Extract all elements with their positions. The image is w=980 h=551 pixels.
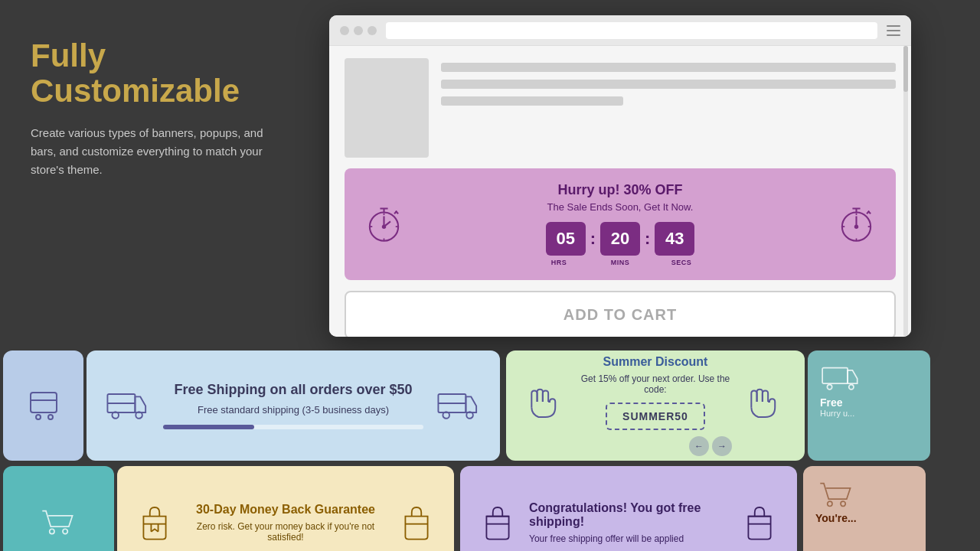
- hand-tag-icon-left: [524, 386, 567, 425]
- bag-icon-purple-right: [740, 504, 779, 542]
- hrs-label: HRS: [539, 259, 579, 266]
- countdown-banner: Hurry up! 30% OFF The Sale Ends Soon, Ge…: [345, 168, 896, 280]
- browser-url-bar: [386, 22, 877, 39]
- bag-icon-left: [136, 504, 174, 542]
- summer-discount-title: Summer Discount: [579, 355, 732, 369]
- mins-label: MINS: [600, 259, 640, 266]
- scrollbar-thumb: [903, 46, 908, 92]
- money-back-content: 30-Day Money Back Guarantee Zero risk. G…: [186, 503, 385, 543]
- congrats-card: Congratulations! You got free shipping! …: [460, 466, 797, 551]
- summer-discount-card: Summer Discount Get 15% off your next or…: [506, 350, 805, 461]
- svg-point-47: [828, 501, 832, 506]
- svg-point-16: [855, 225, 858, 227]
- svg-line-7: [396, 210, 398, 213]
- svg-point-38: [849, 385, 854, 390]
- free-shipping-title: Free Shipping on all orders over $50: [163, 382, 423, 398]
- truck-icon-left: [105, 386, 151, 425]
- free-shipping-content: Free Shipping on all orders over $50 Fre…: [163, 382, 423, 429]
- seconds-block: 43: [655, 222, 694, 256]
- digit-labels: HRS MINS SECS: [539, 259, 701, 266]
- svg-point-5: [383, 225, 385, 227]
- svg-rect-23: [31, 393, 57, 412]
- truck-icon-right: [436, 386, 482, 425]
- browser-mockup: Hurry up! 30% OFF The Sale Ends Soon, Ge…: [329, 15, 911, 337]
- cards-row-2: 30-Day Money Back Guarantee Zero risk. G…: [0, 463, 980, 551]
- summer-discount-subtitle: Get 15% off your next order. Use the cod…: [579, 373, 732, 395]
- browser-dots: [340, 26, 377, 35]
- free-hurry-title: Free: [820, 396, 918, 409]
- main-description: Create various types of banners, popups,…: [31, 124, 291, 179]
- svg-point-48: [841, 501, 845, 506]
- truck-icon-teal: [820, 363, 862, 393]
- hours-block: 05: [546, 222, 586, 256]
- menu-line: [887, 25, 900, 27]
- browser-content: Hurry up! 30% OFF The Sale Ends Soon, Ge…: [329, 46, 911, 337]
- bag-icon-right: [397, 504, 436, 542]
- free-hurry-subtitle: Hurry u...: [820, 409, 918, 418]
- cards-row-1: Free Shipping on all orders over $50 Fre…: [0, 344, 980, 467]
- cart-icon-teal: [38, 504, 80, 542]
- add-to-cart-button[interactable]: ADD TO CART: [345, 291, 896, 337]
- free-hurry-card: Free Hurry u...: [808, 350, 930, 461]
- progress-bar-bg: [163, 425, 423, 429]
- left-panel: Fully Customizable Create various types …: [0, 0, 322, 337]
- cart-icon-blue: [24, 386, 63, 425]
- menu-line: [887, 30, 900, 31]
- svg-rect-36: [822, 368, 848, 383]
- free-shipping-subtitle: Free standard shipping (3-5 business day…: [163, 404, 423, 416]
- banner-title: Hurry up! 30% OFF: [539, 182, 701, 198]
- prev-arrow-button[interactable]: ←: [689, 436, 709, 456]
- product-image: [345, 58, 429, 158]
- stopwatch-right-icon: [835, 202, 877, 247]
- text-line: [441, 96, 623, 106]
- secs-label: SECS: [662, 259, 701, 266]
- congrats-subtitle: Your free shipping offer will be applied: [529, 533, 728, 544]
- money-back-subtitle: Zero risk. Get your money back if you're…: [186, 521, 385, 543]
- coupon-code[interactable]: SUMMER50: [606, 403, 705, 430]
- colon: :: [645, 229, 650, 249]
- minutes-block: 20: [600, 222, 640, 256]
- summer-discount-content: Summer Discount Get 15% off your next or…: [579, 355, 732, 456]
- text-line: [441, 63, 896, 72]
- text-line: [441, 80, 896, 89]
- progress-bar-fill: [163, 425, 254, 429]
- svg-point-40: [63, 529, 67, 533]
- svg-point-37: [827, 385, 831, 390]
- svg-point-25: [36, 415, 41, 419]
- banner-subtitle: The Sale Ends Soon, Get It Now.: [539, 201, 701, 213]
- bottom-section: Free Shipping on all orders over $50 Fre…: [0, 344, 980, 551]
- banner-center: Hurry up! 30% OFF The Sale Ends Soon, Ge…: [539, 182, 701, 266]
- dot-green: [368, 26, 377, 35]
- free-shipping-card: Free Shipping on all orders over $50 Fre…: [87, 350, 500, 461]
- browser-scrollbar[interactable]: [903, 46, 908, 337]
- menu-line: [887, 34, 900, 36]
- congrats-content: Congratulations! You got free shipping! …: [529, 501, 728, 544]
- next-arrow-button[interactable]: →: [712, 436, 732, 456]
- money-back-title: 30-Day Money Back Guarantee: [186, 503, 385, 517]
- congrats-title: Congratulations! You got free shipping!: [529, 501, 728, 529]
- dot-yellow: [354, 26, 363, 35]
- browser-toolbar: [329, 15, 911, 46]
- stopwatch-left-icon: [363, 202, 405, 247]
- nav-arrows: ← →: [579, 436, 732, 456]
- colon: :: [590, 229, 596, 249]
- svg-line-18: [868, 210, 871, 213]
- youre-title: You're...: [815, 512, 913, 524]
- money-back-card: 30-Day Money Back Guarantee Zero risk. G…: [117, 466, 454, 551]
- partial-teal-card: [3, 466, 114, 551]
- hand-tag-icon-right: [744, 386, 786, 425]
- main-title: Fully Customizable: [31, 38, 291, 109]
- product-area: [345, 58, 896, 158]
- bag-icon-purple-left: [479, 504, 517, 542]
- cart-icon-brown: [815, 478, 858, 509]
- browser-menu-icon[interactable]: [887, 25, 900, 36]
- countdown-digits: 05 : 20 : 43: [539, 222, 701, 256]
- product-text-lines: [441, 58, 896, 158]
- youre-card: You're...: [803, 466, 926, 551]
- svg-point-39: [50, 529, 54, 533]
- svg-point-26: [48, 415, 53, 419]
- dot-red: [340, 26, 349, 35]
- partial-blue-card: [3, 350, 83, 461]
